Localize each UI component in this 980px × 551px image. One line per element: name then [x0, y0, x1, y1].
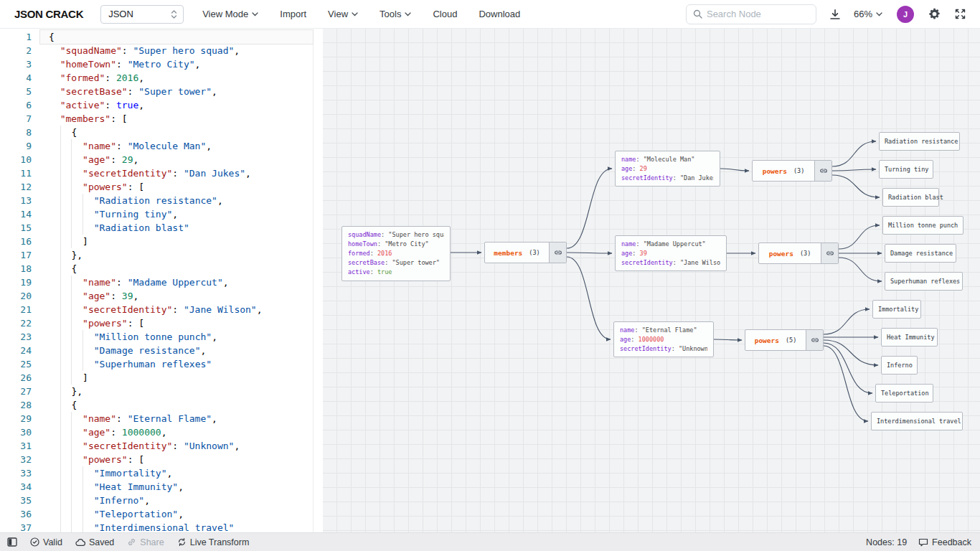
editor-line[interactable]: 3"homeTown": "Metro City",	[0, 57, 313, 71]
graph-node-leaf[interactable]: Turning tiny	[879, 160, 933, 179]
editor-line[interactable]: 32"powers": [	[0, 453, 313, 466]
share-button[interactable]: Share	[127, 537, 164, 547]
settings-gear-icon[interactable]	[928, 8, 941, 20]
menu-item-view-mode[interactable]: View Mode	[202, 9, 258, 19]
editor-line[interactable]: 23"Million tonne punch",	[0, 330, 313, 344]
search-icon	[693, 9, 702, 19]
app-header: JSON CRACK JSON View ModeImportViewTools…	[0, 0, 980, 29]
graph-node-members[interactable]: members(3)	[484, 242, 567, 263]
status-bar: Valid Saved Share Live Transform N	[0, 532, 980, 551]
editor-line[interactable]: 28{	[0, 398, 313, 412]
sidebar-toggle-icon[interactable]	[7, 537, 17, 547]
search-node-box[interactable]	[686, 4, 816, 24]
editor-line[interactable]: 27},	[0, 385, 313, 398]
validity-status: Valid	[30, 537, 62, 547]
main-menu: View ModeImportViewToolsCloudDownload	[202, 9, 520, 19]
editor-line[interactable]: 24"Damage resistance",	[0, 344, 313, 357]
editor-line[interactable]: 4"formed": 2016,	[0, 71, 313, 85]
editor-line[interactable]: 21"secretIdentity": "Jane Wilson",	[0, 303, 313, 316]
editor-line[interactable]: 26]	[0, 371, 313, 385]
graph-node-p5[interactable]: powers(5)	[745, 329, 824, 351]
live-transform-toggle[interactable]: Live Transform	[177, 537, 250, 547]
graph-node-m2[interactable]: name: "Madame Uppercut"age: 39secretIden…	[615, 235, 727, 271]
feedback-button[interactable]: Feedback	[918, 537, 971, 547]
editor-line[interactable]: 18{	[0, 262, 313, 276]
editor-line[interactable]: 7"members": [	[0, 112, 313, 126]
editor-line[interactable]: 37"Interdimensional travel"	[0, 521, 313, 532]
editor-line[interactable]: 6"active": true,	[0, 98, 313, 112]
feedback-chat-icon	[918, 538, 928, 547]
zoom-level-value: 66%	[854, 9, 872, 19]
editor-line[interactable]: 16]	[0, 235, 313, 248]
format-select[interactable]: JSON	[100, 5, 184, 24]
cloud-icon	[75, 538, 85, 547]
editor-line[interactable]: 19"name": "Madame Uppercut",	[0, 276, 313, 289]
graph-node-leaf[interactable]: Immortality	[872, 300, 921, 319]
app-logo: JSON CRACK	[14, 8, 83, 20]
editor-line[interactable]: 9"name": "Molecule Man",	[0, 139, 313, 153]
editor-line[interactable]: 33"Immortality",	[0, 466, 313, 480]
editor-line[interactable]: 11"secretIdentity": "Dan Jukes",	[0, 166, 313, 180]
format-select-value: JSON	[108, 9, 133, 19]
editor-line[interactable]: 10"age": 29,	[0, 153, 313, 166]
nodes-count: Nodes: 19	[866, 537, 907, 547]
select-updown-icon	[171, 9, 177, 19]
refresh-cycle-icon	[177, 537, 187, 547]
editor-line[interactable]: 34"Heat Immunity",	[0, 480, 313, 494]
menu-item-cloud[interactable]: Cloud	[433, 9, 457, 19]
menu-item-tools[interactable]: Tools	[380, 9, 411, 19]
graph-node-leaf[interactable]: Inferno	[881, 356, 918, 375]
editor-line[interactable]: 13"Radiation resistance",	[0, 194, 313, 207]
graph-node-leaf[interactable]: Radiation blast	[882, 188, 939, 207]
collapse-link-icon[interactable]	[821, 243, 838, 263]
graph-node-leaf[interactable]: Heat Immunity	[881, 328, 938, 347]
link-icon	[127, 537, 136, 547]
editor-line[interactable]: 2"squadName": "Super hero squad",	[0, 44, 313, 57]
graph-node-leaf[interactable]: Radiation resistance	[879, 132, 960, 151]
menu-item-download[interactable]: Download	[479, 9, 520, 19]
editor-line[interactable]: 1{	[0, 30, 313, 44]
editor-line[interactable]: 15"Radiation blast"	[0, 221, 313, 235]
menu-item-import[interactable]: Import	[280, 9, 306, 19]
editor-line[interactable]: 36"Teleportation",	[0, 507, 313, 521]
search-node-input[interactable]	[707, 9, 810, 19]
editor-line[interactable]: 22"powers": [	[0, 316, 313, 330]
collapse-link-icon[interactable]	[549, 242, 566, 263]
graph-node-m3[interactable]: name: "Eternal Flame"age: 1000000secretI…	[613, 321, 714, 357]
graph-node-m1[interactable]: name: "Molecule Man"age: 29secretIdentit…	[615, 151, 720, 187]
editor-line[interactable]: 12"powers": [	[0, 180, 313, 194]
fullscreen-icon[interactable]	[955, 9, 966, 19]
collapse-link-icon[interactable]	[814, 161, 831, 181]
editor-line[interactable]: 29"name": "Eternal Flame",	[0, 412, 313, 425]
editor-line[interactable]: 30"age": 1000000,	[0, 425, 313, 439]
editor-line[interactable]: 31"secretIdentity": "Unknown",	[0, 439, 313, 453]
menu-item-view[interactable]: View	[328, 9, 358, 19]
collapse-link-icon[interactable]	[806, 330, 823, 350]
editor-line[interactable]: 8{	[0, 126, 313, 139]
json-editor[interactable]: 1{2"squadName": "Super hero squad",3"hom…	[0, 29, 323, 532]
graph-node-p2[interactable]: powers(3)	[758, 242, 839, 264]
editor-line[interactable]: 17},	[0, 248, 313, 262]
graph-node-p1[interactable]: powers(3)	[752, 160, 832, 182]
editor-line[interactable]: 25"Superhuman reflexes"	[0, 357, 313, 371]
editor-line[interactable]: 14"Turning tiny",	[0, 207, 313, 221]
editor-line[interactable]: 35"Inferno",	[0, 494, 313, 507]
graph-canvas[interactable]: squadName: "Super hero squad"homeTown: "…	[323, 29, 980, 532]
graph-node-leaf[interactable]: Damage resistance	[885, 244, 956, 263]
user-avatar[interactable]: J	[897, 6, 914, 23]
saved-status-button[interactable]: Saved	[75, 537, 114, 547]
graph-node-leaf[interactable]: Interdimensional travel	[871, 412, 963, 430]
graph-node-root[interactable]: squadName: "Super hero squad"homeTown: "…	[341, 226, 451, 281]
graph-node-leaf[interactable]: Million tonne punch	[882, 216, 963, 235]
download-image-icon[interactable]	[829, 9, 841, 20]
graph-node-leaf[interactable]: Teleportation	[875, 384, 933, 402]
zoom-level-dropdown[interactable]: 66%	[854, 9, 882, 19]
graph-node-leaf[interactable]: Superhuman reflexes	[885, 272, 963, 291]
editor-line[interactable]: 20"age": 39,	[0, 289, 313, 303]
editor-line[interactable]: 5"secretBase": "Super tower",	[0, 85, 313, 98]
check-circle-icon	[30, 537, 39, 547]
